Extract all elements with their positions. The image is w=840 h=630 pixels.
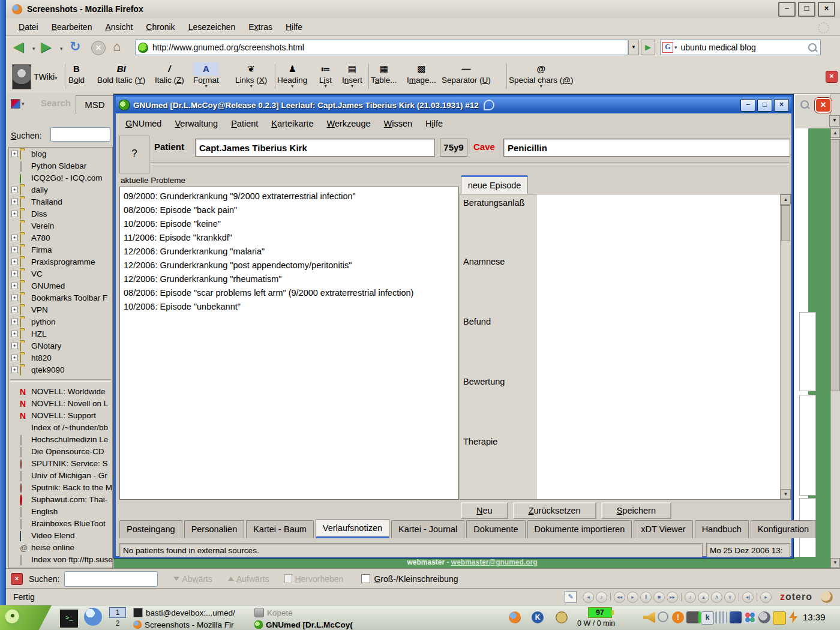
tree-item[interactable]: +VC (9, 268, 112, 280)
quill-tray-icon[interactable] (556, 611, 568, 623)
expander-icon[interactable]: + (11, 331, 18, 337)
expander-icon[interactable]: + (11, 343, 18, 349)
tree-item[interactable]: +blog (9, 148, 112, 160)
browser-launcher-icon[interactable] (84, 608, 102, 626)
twiki-italic-button[interactable]: /Italic (Z) (155, 62, 184, 85)
expander-icon[interactable]: + (11, 295, 18, 301)
episode-scroll-down-icon[interactable]: ▼ (781, 489, 791, 499)
home-button[interactable]: ⌂ (113, 38, 121, 55)
bookmark-item[interactable]: Index von ftp://ftp.suse.... (9, 553, 112, 565)
tree-item[interactable]: +Firma (9, 244, 112, 256)
menu-ansicht[interactable]: Ansicht (100, 20, 138, 34)
tab-personalien[interactable]: Personalien (184, 520, 245, 538)
back-button[interactable]: ◀ (13, 38, 23, 55)
problem-item[interactable]: 09/2000: Grunderkrankung "9/2000 extrate… (124, 190, 458, 203)
warning-tray-icon[interactable]: ! (672, 611, 684, 623)
menu-extras[interactable]: Extras (243, 20, 278, 34)
tab-konfiguration[interactable]: Konfiguration (751, 520, 816, 538)
back-dropdown-icon[interactable]: ▾ (32, 46, 35, 52)
media-stop-icon[interactable]: ■ (653, 592, 665, 603)
find-next-button[interactable]: Abwärts (173, 574, 212, 584)
menu-hilfe[interactable]: Hilfe (280, 20, 308, 34)
twiki-brand[interactable]: TWiki▾ (34, 72, 58, 82)
tab-neue-episode[interactable]: neue Episode (461, 175, 528, 194)
tab-dokumente[interactable]: Dokumente (466, 520, 525, 538)
tab-kartei-baum[interactable]: Kartei - Baum (246, 520, 314, 538)
tab-handbuch[interactable]: Handbuch (695, 520, 749, 538)
gnumed-menu-wissen[interactable]: Wissen (379, 116, 418, 131)
web-search-input[interactable] (680, 42, 808, 53)
media-collapse-icon[interactable]: ◂ (583, 592, 594, 603)
scroll-up-icon[interactable]: ▲ (830, 128, 840, 138)
expander-icon[interactable]: + (11, 271, 18, 277)
tab-dokumente-importieren[interactable]: Dokumente importieren (527, 520, 632, 538)
media-note-icon[interactable]: ♪ (596, 592, 607, 603)
tree-item[interactable]: +ht820 (9, 352, 112, 364)
problem-item[interactable]: 10/2006: Episode "unbekannt" (124, 300, 458, 314)
battery-indicator[interactable]: 97 (588, 607, 612, 618)
tree-item[interactable]: +Thailand (9, 196, 112, 208)
tab-kartei-journal[interactable]: Kartei - Journal (391, 520, 464, 538)
twiki-image-button[interactable]: ▩Image... (407, 62, 436, 85)
media-eject-icon[interactable]: ▴ (698, 592, 709, 603)
engine-dropdown-icon[interactable]: ▾ (674, 44, 677, 50)
bookmark-item[interactable]: NNOVELL: Support (9, 409, 112, 421)
amarok-tray-icon[interactable] (758, 611, 770, 623)
url-dropdown-button[interactable]: ▼ (628, 40, 639, 55)
pager-desktop-1[interactable]: 1 (109, 607, 126, 618)
media-pause-icon[interactable]: ‖ (640, 592, 652, 603)
problem-item[interactable]: 08/2006: Episode "scar problems left arm… (124, 286, 458, 300)
sensors-tray-icon[interactable] (686, 611, 701, 623)
expander-icon[interactable]: + (11, 187, 18, 193)
tree-item[interactable]: +python (9, 316, 112, 328)
find-prev-button[interactable]: Aufwärts (228, 574, 269, 584)
gnumed-menu-werkzeuge[interactable]: Werkzeuge (322, 116, 375, 131)
bookmark-item[interactable]: Video Elend (9, 529, 112, 541)
twiki-insert-button[interactable]: ▤Insert▾ (342, 62, 362, 89)
expander-icon[interactable]: + (11, 199, 18, 205)
forward-dropdown-icon[interactable]: ▾ (60, 46, 63, 52)
bookmark-item[interactable]: NNOVELL: Worldwide (9, 385, 112, 397)
findbar-close-icon[interactable]: × (11, 573, 23, 585)
bookmark-item[interactable]: Brainboxes BlueToot (9, 517, 112, 529)
taskbar-clock[interactable]: 13:39 (803, 612, 826, 622)
sidebar-search-input[interactable] (50, 127, 110, 142)
gnumed-close-button[interactable]: × (774, 99, 789, 112)
task-gnumed[interactable]: GNUmed [Dr.L.McCoy( (254, 619, 386, 630)
bookmark-item[interactable]: Univ of Michigan - Gr (9, 469, 112, 481)
problems-list[interactable]: 09/2000: Grunderkrankung "9/2000 extrate… (119, 187, 459, 500)
search-icon[interactable] (808, 43, 817, 52)
sidebar-engine-icon[interactable] (11, 99, 20, 109)
tree-item[interactable]: +HZL (9, 328, 112, 340)
expander-icon[interactable]: + (11, 259, 18, 265)
expander-icon[interactable]: + (11, 283, 18, 289)
gnumed-titlebar[interactable]: GNUmed [Dr.L.McCoy@Release 0.2.3] Leerla… (116, 97, 791, 113)
button-neu[interactable]: Neu (461, 502, 508, 519)
media-next-icon[interactable]: ▸▸ (667, 592, 678, 603)
cave-input[interactable] (503, 139, 790, 157)
tree-item[interactable]: +VPN (9, 304, 112, 316)
bookmark-item[interactable]: English (9, 505, 112, 517)
maximize-button[interactable]: □ (798, 2, 815, 17)
go-button[interactable]: ▶ (641, 40, 655, 55)
problem-item[interactable]: 12/2006: Grunderkrankung "malaria" (124, 245, 458, 259)
gnumed-menu-patient[interactable]: Patient (226, 116, 263, 131)
reload-button[interactable]: ↻ (70, 38, 80, 55)
tree-item[interactable]: +Diss (9, 208, 112, 220)
expander-icon[interactable]: + (11, 367, 18, 373)
twiki-special-chars-button[interactable]: @Special chars (@)▾ (509, 62, 574, 89)
gnumed-maximize-button[interactable]: □ (757, 99, 772, 112)
problem-item[interactable]: 10/2006: Episode "keine" (124, 217, 458, 231)
tree-item[interactable]: +GNotary (9, 340, 112, 352)
twiki-list-button[interactable]: ≔List▾ (319, 62, 332, 89)
lightning-tray-icon[interactable] (787, 611, 799, 623)
highlight-button[interactable]: Hervorheben (284, 574, 343, 584)
tree-item[interactable]: +Bookmarks Toolbar F (9, 292, 112, 304)
twiki-separator-button[interactable]: —Separator (U) (442, 62, 491, 85)
tree-item[interactable]: +qtek9090 (9, 364, 112, 376)
tab-xdt-viewer[interactable]: xDT Viewer (634, 520, 692, 538)
volume-tray-icon[interactable] (643, 611, 655, 623)
bookmark-item[interactable]: @heise online (9, 541, 112, 553)
media-play-icon[interactable]: ▸ (627, 592, 638, 603)
menu-bearbeiten[interactable]: Bearbeiten (46, 20, 98, 34)
